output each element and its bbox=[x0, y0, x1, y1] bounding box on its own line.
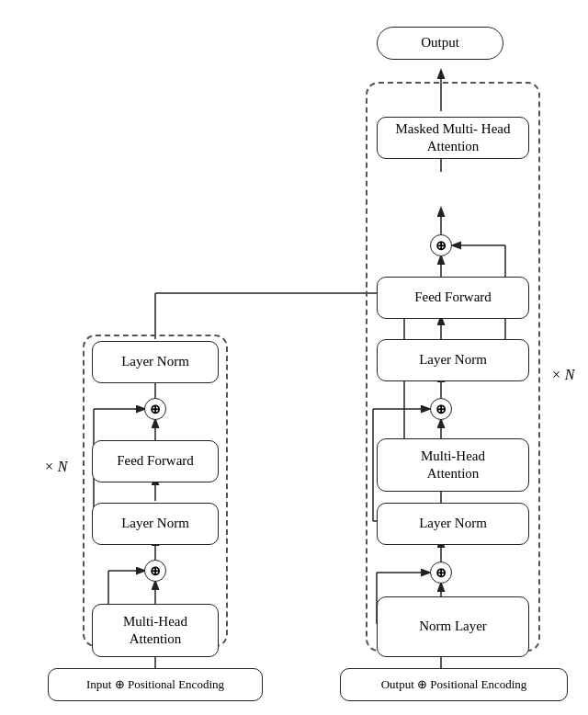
dec-mha: Multi-Head Attention bbox=[377, 438, 529, 492]
dec-feed-forward: Feed Forward bbox=[377, 277, 529, 319]
dec-output-label-bottom: Output ⊕ Positional Encoding bbox=[340, 668, 568, 701]
enc-plus2: ⊕ bbox=[144, 398, 166, 420]
dec-output-label: Output bbox=[377, 27, 503, 60]
enc-plus1: ⊕ bbox=[144, 560, 166, 582]
dec-layer-norm-top: Masked Multi- Head Attention bbox=[377, 117, 529, 159]
transformer-diagram: Layer Norm ⊕ Feed Forward Layer Norm ⊕ M… bbox=[9, 8, 579, 707]
dec-layer-norm2: Layer Norm bbox=[377, 339, 529, 381]
enc-mha: Multi-Head Attention bbox=[92, 604, 219, 657]
enc-input-label: Input ⊕ Positional Encoding bbox=[48, 668, 263, 701]
enc-times-n: × N bbox=[44, 459, 67, 475]
enc-layer-norm: Layer Norm bbox=[92, 341, 219, 383]
dec-masked-mha: Norm Layer bbox=[377, 596, 529, 657]
dec-plus3: ⊕ bbox=[430, 234, 452, 256]
dec-plus2: ⊕ bbox=[430, 398, 452, 420]
enc-layer-norm2: Layer Norm bbox=[92, 503, 219, 545]
dec-layer-norm3: Layer Norm bbox=[377, 503, 529, 545]
dec-plus1: ⊕ bbox=[430, 562, 452, 584]
dec-times-n: × N bbox=[551, 367, 574, 383]
enc-feed-forward: Feed Forward bbox=[92, 440, 219, 482]
